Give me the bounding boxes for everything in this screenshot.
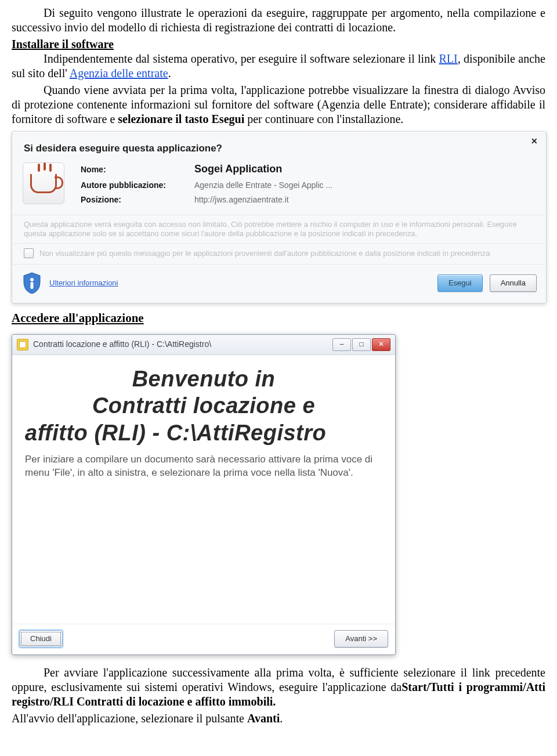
java-icon bbox=[23, 162, 64, 204]
value-position: http://jws.agenziaentrate.it bbox=[194, 195, 289, 205]
link-rli[interactable]: RLI bbox=[439, 52, 458, 65]
text-bold: selezionare il tasto Esegui bbox=[118, 113, 244, 125]
run-button[interactable]: Esegui bbox=[437, 274, 483, 292]
text-bold: Avanti bbox=[247, 712, 280, 725]
checkbox-icon[interactable] bbox=[24, 248, 34, 258]
intro-p3: Quando viene avviata per la prima volta,… bbox=[12, 83, 545, 126]
value-publisher: Agenzia delle Entrate - Sogei Applic ... bbox=[194, 180, 332, 191]
value-name: Sogei Application bbox=[194, 162, 282, 176]
next-button[interactable]: Avanti >> bbox=[334, 630, 388, 648]
close-icon[interactable]: ✕ bbox=[531, 136, 538, 147]
outro-p1: Per avviare l'applicazione successivamen… bbox=[12, 665, 545, 709]
titlebar: Contratti locazione e affitto (RLI) - C:… bbox=[12, 335, 395, 355]
cancel-button[interactable]: Annulla bbox=[490, 274, 537, 292]
rli-wizard-window: Contratti locazione e affitto (RLI) - C:… bbox=[12, 334, 396, 656]
text: Indipendentemente dal sistema operativo,… bbox=[44, 52, 439, 65]
intro-p2: Indipendentemente dal sistema operativo,… bbox=[12, 52, 545, 81]
label-name: Nome: bbox=[81, 165, 185, 175]
outro-p2: All'avvio dell'applicazione, selezionare… bbox=[12, 711, 545, 726]
label-publisher: Autore pubblicazione: bbox=[81, 180, 185, 191]
maximize-button[interactable]: □ bbox=[352, 338, 371, 351]
section-access-app: Accedere all'applicazione bbox=[12, 310, 545, 325]
svg-point-0 bbox=[30, 278, 34, 281]
welcome-heading-line1: Benvenuto in bbox=[25, 367, 382, 392]
java-security-dialog: ✕ Si desidera eseguire questa applicazio… bbox=[12, 131, 547, 303]
welcome-heading-line2: Contratti locazione e bbox=[25, 393, 382, 418]
dont-show-again-row[interactable]: Non visualizzare più questo messaggio pe… bbox=[12, 243, 546, 264]
checkbox-label: Non visualizzare più questo messaggio pe… bbox=[39, 249, 490, 258]
document-icon bbox=[17, 339, 28, 350]
text: . bbox=[168, 67, 171, 79]
intro-p1: Di seguito vengono illustrate le operazi… bbox=[12, 6, 545, 35]
text: All'avvio dell'applicazione, selezionare… bbox=[12, 712, 247, 725]
shield-info-icon bbox=[21, 272, 42, 295]
dialog-question: Si desidera eseguire questa applicazione… bbox=[12, 132, 546, 159]
window-title: Contratti locazione e affitto (RLI) - C:… bbox=[33, 339, 211, 350]
close-button[interactable]: ✕ bbox=[372, 338, 390, 351]
section-install-software: Installare il software bbox=[12, 37, 545, 52]
minimize-button[interactable]: – bbox=[332, 338, 351, 351]
link-agenzia-entrate[interactable]: Agenzia delle entrate bbox=[70, 67, 168, 79]
wizard-description: Per iniziare a compilare un documento sa… bbox=[25, 453, 382, 480]
risk-warning-text: Questa applicazione verrà eseguita con a… bbox=[12, 215, 546, 244]
label-position: Posizione: bbox=[81, 195, 185, 205]
text: per continuare con l'installazione. bbox=[244, 113, 403, 125]
document-page: Di seguito vengono illustrate le operazi… bbox=[0, 0, 557, 746]
more-info-link[interactable]: Ulteriori informazioni bbox=[49, 278, 118, 288]
svg-rect-1 bbox=[31, 282, 34, 289]
close-wizard-button[interactable]: Chiudi bbox=[19, 630, 63, 648]
text: . bbox=[280, 712, 283, 725]
welcome-heading-line3: affitto (RLI) - C:\AttiRegistro bbox=[25, 421, 382, 446]
